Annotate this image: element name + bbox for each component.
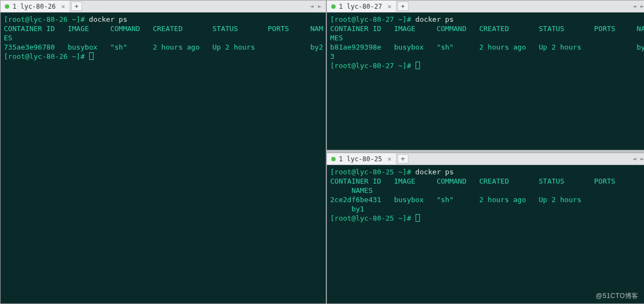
tab-bar: 1 lyc-80-26 × + ◄ ►: [1, 1, 326, 13]
add-tab-button[interactable]: +: [398, 154, 408, 163]
plus-icon: +: [401, 2, 405, 10]
plus-icon: +: [401, 155, 405, 163]
add-tab-button[interactable]: +: [398, 2, 408, 11]
docker-ps-header: CONTAINER ID IMAGE COMMAND CREATED STATU…: [4, 25, 323, 33]
tab-nav: ◄ ►: [628, 1, 644, 12]
right-column: 1 lyc-80-27 × + ◄ ► [root@lyc-80-27 ~]# …: [326, 0, 644, 304]
docker-ps-header-wrap: ES: [4, 34, 13, 42]
docker-ps-header: CONTAINER ID IMAGE COMMAND CREATED STATU…: [330, 177, 615, 185]
tab-nav: ◄ ►: [306, 1, 326, 12]
nav-next-icon[interactable]: ►: [318, 3, 321, 10]
tab-title: 1 lyc-80-26: [13, 3, 55, 10]
docker-ps-row: 735ae3e96780 busybox "sh" 2 hours ago Up…: [4, 43, 323, 51]
prompt-user: [root@lyc-80-26 ~]#: [4, 15, 85, 23]
close-icon[interactable]: ×: [387, 155, 391, 163]
terminal-lyc-80-26[interactable]: [root@lyc-80-26 ~]# docker ps CONTAINER …: [1, 13, 326, 303]
cursor-icon: [416, 62, 420, 69]
add-tab-button[interactable]: +: [71, 2, 82, 11]
close-icon[interactable]: ×: [387, 3, 391, 10]
cursor-icon: [89, 52, 94, 60]
pane-lyc-80-26: 1 lyc-80-26 × + ◄ ► [root@lyc-80-26 ~]# …: [0, 0, 326, 304]
nav-prev-icon[interactable]: ◄: [310, 3, 314, 10]
workspace: 1 lyc-80-26 × + ◄ ► [root@lyc-80-26 ~]# …: [0, 0, 644, 304]
docker-ps-row: b81ae929398e busybox "sh" 2 hours ago Up…: [330, 43, 644, 51]
tab-bar: 1 lyc-80-25 × + ◄ ►: [327, 153, 644, 165]
command-text: docker ps: [89, 15, 127, 23]
status-dot-icon: [331, 157, 336, 161]
prompt-user: [root@lyc-80-25 ~]#: [330, 214, 411, 222]
tab-lyc-80-25[interactable]: 1 lyc-80-25 ×: [327, 153, 397, 165]
docker-ps-header-wrap: NAMES: [330, 186, 373, 194]
docker-ps-header-wrap: MES: [330, 34, 343, 42]
status-dot-icon: [5, 4, 9, 9]
tab-nav: ◄ ►: [628, 153, 644, 165]
pane-lyc-80-27: 1 lyc-80-27 × + ◄ ► [root@lyc-80-27 ~]# …: [326, 0, 644, 150]
terminal-lyc-80-25[interactable]: [root@lyc-80-25 ~]# docker ps CONTAINER …: [327, 165, 644, 303]
nav-next-icon[interactable]: ►: [641, 155, 644, 162]
watermark: @51CTO博客: [596, 291, 639, 301]
docker-ps-row-wrap: by1: [330, 205, 364, 213]
tab-lyc-80-27[interactable]: 1 lyc-80-27 ×: [327, 1, 397, 12]
tab-title: 1 lyc-80-25: [339, 155, 382, 163]
tab-bar: 1 lyc-80-27 × + ◄ ►: [327, 1, 644, 13]
tab-title: 1 lyc-80-27: [339, 3, 382, 10]
docker-ps-header: CONTAINER ID IMAGE COMMAND CREATED STATU…: [330, 25, 644, 33]
nav-prev-icon[interactable]: ◄: [633, 155, 636, 162]
status-dot-icon: [331, 4, 336, 9]
docker-ps-row: 2ce2df6be431 busybox "sh" 2 hours ago Up…: [330, 196, 581, 204]
close-icon[interactable]: ×: [61, 3, 65, 10]
docker-ps-row-wrap: 3: [330, 52, 335, 60]
prompt-user: [root@lyc-80-27 ~]#: [330, 62, 411, 70]
cursor-icon: [416, 214, 420, 222]
nav-next-icon[interactable]: ►: [641, 3, 644, 10]
prompt-user: [root@lyc-80-25 ~]#: [330, 168, 411, 176]
plus-icon: +: [75, 2, 79, 10]
prompt-user: [root@lyc-80-26 ~]#: [4, 52, 85, 60]
prompt-user: [root@lyc-80-27 ~]#: [330, 15, 411, 23]
terminal-lyc-80-27[interactable]: [root@lyc-80-27 ~]# docker ps CONTAINER …: [327, 13, 644, 150]
left-column: 1 lyc-80-26 × + ◄ ► [root@lyc-80-26 ~]# …: [0, 0, 326, 304]
pane-lyc-80-25: 1 lyc-80-25 × + ◄ ► [root@lyc-80-25 ~]# …: [326, 153, 644, 304]
command-text: docker ps: [416, 15, 454, 23]
tab-lyc-80-26[interactable]: 1 lyc-80-26 ×: [1, 1, 70, 12]
nav-prev-icon[interactable]: ◄: [633, 3, 636, 10]
command-text: docker ps: [416, 168, 454, 176]
